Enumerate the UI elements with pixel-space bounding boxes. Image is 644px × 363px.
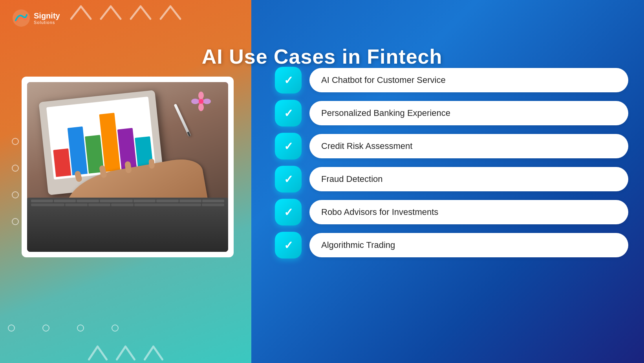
- check-bubble-6: ✓: [275, 232, 302, 258]
- checkmark-icon-1: ✓: [284, 74, 293, 87]
- image-container: [22, 77, 234, 257]
- checkmark-icon-5: ✓: [284, 206, 293, 219]
- checkmark-icon-2: ✓: [284, 107, 293, 120]
- svg-point-6: [199, 99, 203, 104]
- logo-text: Signity Solutions: [34, 11, 60, 25]
- logo-icon: [12, 9, 31, 28]
- logo-sub: Solutions: [34, 20, 60, 25]
- right-panel: ✓ AI Chatbot for Customer Service ✓ Pers…: [251, 0, 644, 363]
- bottom-chevron-3: [143, 345, 165, 361]
- item-label-2: Personalized Banking Experience: [309, 101, 628, 125]
- item-label-4: Fraud Detection: [309, 167, 628, 191]
- item-label-6: Algorithmic Trading: [309, 233, 628, 257]
- logo-area: Signity Solutions: [12, 9, 60, 28]
- bottom-chevron-2: [115, 345, 137, 361]
- dot-4: [12, 218, 19, 225]
- svg-point-4: [191, 99, 199, 104]
- checkmark-icon-3: ✓: [284, 140, 293, 153]
- checkmark-icon-4: ✓: [284, 173, 293, 186]
- list-item: ✓ Credit Risk Assessment: [275, 133, 628, 160]
- check-bubble-5: ✓: [275, 199, 302, 226]
- side-dots: [12, 138, 19, 225]
- bottom-chevrons: [87, 345, 165, 361]
- left-panel: Signity Solutions: [0, 0, 251, 363]
- check-bubble-4: ✓: [275, 166, 302, 192]
- bottom-dots: [8, 324, 119, 332]
- chevron-icon-2: [99, 3, 123, 21]
- item-label-1: AI Chatbot for Customer Service: [309, 68, 628, 92]
- checklist-area: ✓ AI Chatbot for Customer Service ✓ Pers…: [275, 67, 628, 258]
- svg-point-3: [198, 103, 204, 111]
- list-item: ✓ Robo Advisors for Investments: [275, 199, 628, 226]
- bottom-dot-3: [77, 324, 84, 332]
- item-label-5: Robo Advisors for Investments: [309, 200, 628, 224]
- dot-2: [12, 165, 19, 172]
- chevron-icon-1: [69, 3, 93, 21]
- bottom-dot-4: [112, 324, 119, 332]
- dot-3: [12, 191, 19, 198]
- dot-1: [12, 138, 19, 145]
- bottom-dot-1: [8, 324, 15, 332]
- list-item: ✓ Algorithmic Trading: [275, 232, 628, 258]
- bottom-dot-2: [42, 324, 49, 332]
- list-item: ✓ Personalized Banking Experience: [275, 100, 628, 126]
- checkmark-icon-6: ✓: [284, 239, 293, 252]
- check-bubble-2: ✓: [275, 100, 302, 126]
- svg-point-5: [203, 99, 211, 104]
- bottom-chevron-1: [87, 345, 109, 361]
- list-item: ✓ AI Chatbot for Customer Service: [275, 67, 628, 94]
- chevron-icon-3: [129, 3, 152, 21]
- list-item: ✓ Fraud Detection: [275, 166, 628, 192]
- logo-name: Signity: [34, 11, 60, 20]
- check-bubble-1: ✓: [275, 67, 302, 94]
- svg-point-2: [198, 92, 204, 99]
- page-wrapper: Signity Solutions: [0, 0, 644, 363]
- chevron-icon-4: [159, 3, 182, 21]
- image-inner: [27, 82, 228, 252]
- item-label-3: Credit Risk Assessment: [309, 134, 628, 158]
- check-bubble-3: ✓: [275, 133, 302, 160]
